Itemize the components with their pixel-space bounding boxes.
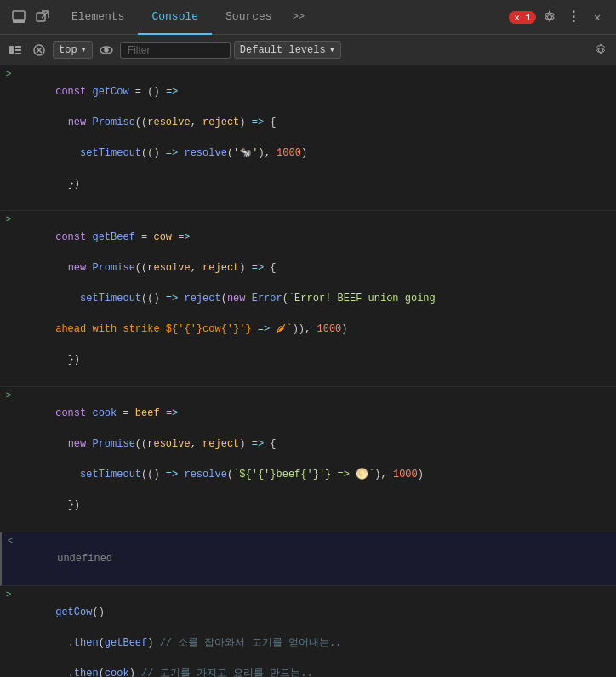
settings-button[interactable] bbox=[539, 7, 560, 27]
dock-icons bbox=[3, 7, 58, 27]
console-output: > const getCow = () => new Promise((reso… bbox=[0, 65, 616, 677]
levels-selector[interactable]: Default levels ▾ bbox=[234, 41, 341, 59]
code-content-2: const getBeef = cow => new Promise((reso… bbox=[17, 213, 616, 384]
code-content-4: getCow() .then(getBeef) // 소를 잡아와서 고기를 얻… bbox=[17, 588, 616, 677]
getcow-call-1: > getCow() .then(getBeef) // 소를 잡아와서 고기를… bbox=[0, 586, 616, 677]
svg-rect-0 bbox=[13, 11, 25, 20]
code-block-cook: > const cook = beef => new Promise((reso… bbox=[0, 387, 616, 532]
toolbar-right: ✕ 1 ⋮ ✕ bbox=[504, 7, 613, 27]
dock-button[interactable] bbox=[9, 7, 29, 27]
context-selector[interactable]: top ▾ bbox=[53, 41, 93, 59]
code-block-getbeef: > const getBeef = cow => new Promise((re… bbox=[0, 211, 616, 387]
tab-console[interactable]: Console bbox=[138, 0, 212, 35]
svg-rect-5 bbox=[15, 46, 21, 48]
code-content-1: const getCow = () => new Promise((resolv… bbox=[17, 67, 616, 208]
svg-rect-4 bbox=[9, 46, 14, 54]
console-toolbar: top ▾ Default levels ▾ bbox=[0, 35, 616, 65]
error-count-badge: ✕ 1 bbox=[509, 11, 536, 24]
settings-console-button[interactable] bbox=[590, 40, 611, 60]
undefined-text: undefined bbox=[19, 534, 616, 583]
input-marker-2: > bbox=[0, 213, 17, 225]
more-options-button[interactable]: ⋮ bbox=[563, 7, 584, 27]
undock-button[interactable] bbox=[32, 7, 53, 27]
filter-input[interactable] bbox=[120, 42, 231, 59]
code-block-getcow: > const getCow = () => new Promise((reso… bbox=[0, 65, 616, 211]
tab-sources[interactable]: Sources bbox=[212, 0, 286, 35]
more-tabs-button[interactable]: >> bbox=[286, 0, 311, 35]
tab-bar: Elements Console Sources >> bbox=[58, 0, 504, 35]
close-button[interactable]: ✕ bbox=[587, 7, 607, 27]
clear-console-button[interactable] bbox=[29, 40, 49, 60]
svg-rect-1 bbox=[13, 20, 25, 23]
svg-point-12 bbox=[105, 48, 108, 52]
input-marker-1: > bbox=[0, 67, 17, 79]
input-marker-4: > bbox=[0, 588, 17, 600]
main-toolbar: Elements Console Sources >> ✕ 1 ⋮ ✕ bbox=[0, 0, 616, 35]
svg-rect-2 bbox=[37, 13, 45, 21]
code-content-3: const cook = beef => new Promise((resolv… bbox=[17, 389, 616, 530]
svg-rect-7 bbox=[15, 53, 21, 54]
output-marker-1: < bbox=[2, 534, 19, 546]
svg-rect-6 bbox=[15, 49, 21, 51]
sidebar-toggle-button[interactable] bbox=[5, 40, 26, 60]
eye-button[interactable] bbox=[96, 40, 117, 60]
undefined-output: < undefined bbox=[0, 532, 616, 586]
tab-elements[interactable]: Elements bbox=[58, 0, 138, 35]
input-marker-3: > bbox=[0, 389, 17, 401]
